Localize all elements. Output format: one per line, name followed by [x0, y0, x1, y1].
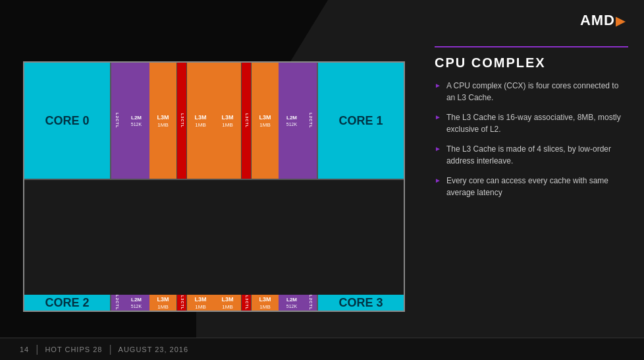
l2-ctl-left-top-label: L2CTL — [115, 113, 119, 129]
l2-ctl-left-bottom: L2CTL — [111, 295, 123, 311]
cpu-complex-diagram: CORE 0 L2CTL L2M 512K L3M — [23, 61, 405, 312]
footer-event: HOT CHIPS 28 — [45, 345, 102, 353]
core-0-block: CORE 0 — [24, 63, 110, 179]
l3m-2-top-size: 1MB — [195, 122, 205, 128]
l3m-2-top-label: L3M — [195, 114, 207, 121]
l3m-2-bottom-size: 1MB — [195, 304, 205, 310]
bullet-text-1: The L3 Cache is 16-way associative, 8MB,… — [446, 111, 628, 135]
l3m-3-bottom-label: L3M — [222, 296, 234, 303]
cpu-row-bottom: CORE 2 L2CTL L2M 512K L3M — [24, 295, 404, 311]
diagram-panel: CORE 0 L2CTL L2M 512K L3M — [0, 40, 421, 334]
core-2-label: CORE 2 — [45, 296, 89, 310]
l3-ctl-1-top-label: L3CTL — [180, 113, 184, 128]
l3m-1-bottom: L3M 1MB — [149, 295, 176, 311]
l3m-4-bottom-size: 1MB — [259, 304, 270, 310]
l2-ctl-left-top: L2CTL — [111, 63, 123, 179]
l3m-3-top-label: L3M — [222, 114, 234, 121]
middle-bottom: L2CTL L2M 512K L3M 1MB L3CTL — [110, 295, 318, 311]
core-3-label: CORE 3 — [338, 296, 383, 310]
footer-date: AUGUST 23, 2016 — [119, 345, 189, 353]
panel-title: CPU COMPLEX — [435, 55, 628, 71]
footer-page-num: 14 — [20, 345, 29, 353]
bullet-list: ► A CPU complex (CCX) is four cores conn… — [435, 80, 628, 198]
l3m-1-top-label: L3M — [157, 114, 169, 121]
l3m-2-bottom: L3M 1MB — [187, 295, 214, 311]
l2-ctl-right-top-label: L2CTL — [309, 113, 313, 129]
footer-sep-2: | — [109, 344, 111, 355]
l2m-left-bottom-label: L2M — [131, 297, 142, 303]
l3m-1-top: L3M 1MB — [149, 63, 176, 179]
bullet-arrow-0: ► — [435, 82, 441, 89]
bullet-text-2: The L3 Cache is made of 4 slices, by low… — [446, 143, 628, 167]
l3m-4-top-label: L3M — [259, 114, 271, 121]
l3-ctl-1-bottom-label: L3CTL — [180, 295, 184, 310]
l3m-1-bottom-label: L3M — [157, 296, 169, 303]
l2m-left-bottom: L2M 512K — [123, 295, 149, 311]
footer-sep-1: | — [36, 344, 38, 355]
bullet-item-3: ► Every core can access every cache with… — [435, 175, 628, 198]
main-content: CORE 0 L2CTL L2M 512K L3M — [0, 40, 644, 334]
l3-ctl-2-bottom: L3CTL — [241, 295, 252, 311]
l3m-4-top: L3M 1MB — [252, 63, 279, 179]
l2m-right-bottom-label: L2M — [286, 297, 297, 303]
l2-ctl-right-top: L2CTL — [305, 63, 317, 179]
l3-ctl-1-bottom: L3CTL — [176, 295, 187, 311]
bullet-item-2: ► The L3 Cache is made of 4 slices, by l… — [435, 143, 628, 167]
core-2-block: CORE 2 — [24, 295, 110, 311]
l3m-3-bottom-size: 1MB — [222, 304, 232, 310]
l2-ctl-right-bottom-label: L2CTL — [309, 295, 313, 311]
bullet-arrow-3: ► — [435, 177, 441, 184]
l2m-right-bottom: L2M 512K — [279, 295, 305, 311]
info-panel: CPU COMPLEX ► A CPU complex (CCX) is fou… — [421, 40, 644, 334]
l3m-1-bottom-size: 1MB — [157, 304, 168, 310]
l3-ctl-2-top: L3CTL — [241, 63, 252, 179]
l2m-left-top: L2M 512K — [123, 63, 149, 179]
l3-ctl-2-top-label: L3CTL — [244, 113, 248, 128]
l2m-left-top-label: L2M — [131, 115, 142, 121]
l2m-right-bottom-size: 512K — [286, 304, 297, 309]
l3m-4-top-size: 1MB — [259, 122, 270, 128]
middle-top: L2CTL L2M 512K L3M 1MB L3CTL — [110, 63, 318, 179]
l3m-3-top-size: 1MB — [222, 122, 232, 128]
l3m-4-bottom: L3M 1MB — [252, 295, 279, 311]
l2-ctl-left-bottom-label: L2CTL — [115, 295, 119, 311]
l3-ctl-1-top: L3CTL — [176, 63, 187, 179]
l3m-3-bottom: L3M 1MB — [214, 295, 241, 311]
bullet-item-1: ► The L3 Cache is 16-way associative, 8M… — [435, 111, 628, 135]
l2m-right-top: L2M 512K — [279, 63, 305, 179]
bullet-arrow-1: ► — [435, 113, 441, 121]
l2-ctl-right-bottom: L2CTL — [305, 295, 317, 311]
l3m-2-bottom-label: L3M — [195, 296, 207, 303]
cpu-row-top: CORE 0 L2CTL L2M 512K L3M — [24, 63, 404, 179]
core-0-label: CORE 0 — [45, 114, 89, 128]
l3-ctl-2-bottom-label: L3CTL — [244, 295, 248, 310]
l2m-right-top-size: 512K — [286, 122, 297, 127]
core-1-block: CORE 1 — [318, 63, 404, 179]
l2m-left-bottom-size: 512K — [131, 304, 142, 309]
l3m-3-top: L3M 1MB — [214, 63, 241, 179]
l3m-1-top-size: 1MB — [157, 122, 168, 128]
footer: 14 | HOT CHIPS 28 | AUGUST 23, 2016 — [0, 338, 644, 360]
core-1-label: CORE 1 — [338, 114, 383, 128]
l3m-2-top: L3M 1MB — [187, 63, 214, 179]
amd-logo: AMD▶ — [580, 12, 626, 29]
bullet-arrow-2: ► — [435, 145, 441, 152]
bullet-text-0: A CPU complex (CCX) is four cores connec… — [446, 80, 628, 104]
l2m-left-top-size: 512K — [131, 122, 142, 127]
l2m-right-top-label: L2M — [286, 115, 297, 121]
row-divider — [24, 179, 404, 180]
panel-divider — [435, 46, 628, 47]
core-3-block: CORE 3 — [318, 295, 404, 311]
l3m-4-bottom-label: L3M — [259, 296, 271, 303]
bullet-text-3: Every core can access every cache with s… — [446, 175, 628, 198]
bullet-item-0: ► A CPU complex (CCX) is four cores conn… — [435, 80, 628, 104]
